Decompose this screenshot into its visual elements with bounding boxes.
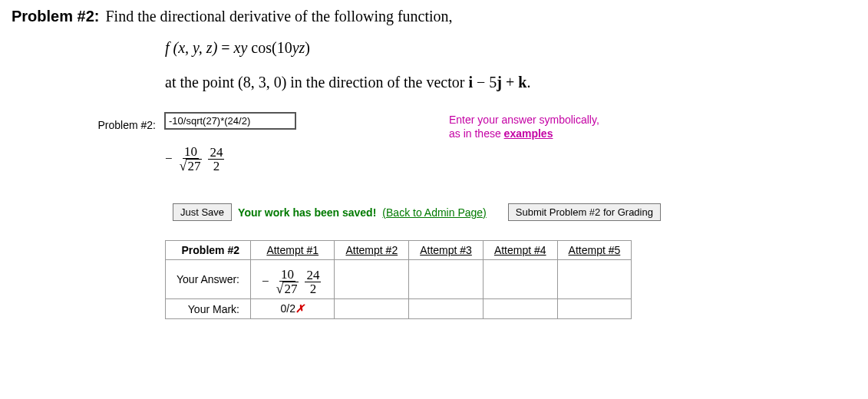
action-row: Just Save Your work has been saved! (Bac… xyxy=(173,203,856,221)
attempt-3-link[interactable]: Attempt #3 xyxy=(420,244,472,256)
a1-f2-num: 24 xyxy=(305,269,321,282)
attempt-3-answer xyxy=(409,260,484,299)
attempts-h0: Problem #2 xyxy=(166,241,251,260)
point-direction: at the point (8, 3, 0) in the direction … xyxy=(165,74,856,91)
submit-button[interactable]: Submit Problem #2 for Grading xyxy=(508,203,661,221)
attempt-3-mark xyxy=(409,299,484,319)
side-label: Problem #2: xyxy=(12,113,165,131)
mark-score: 0/2 xyxy=(280,302,295,315)
attempts-table: Problem #2 Attempt #1 Attempt #2 Attempt… xyxy=(165,240,632,319)
attempt-1-answer: − 10 √27 24 2 xyxy=(250,260,334,299)
answer-block: Enter your answer symbolically, as in th… xyxy=(165,113,599,173)
func-yz: yz xyxy=(292,39,305,56)
func-eq: = xyxy=(217,39,233,56)
attempt-5-answer xyxy=(557,260,632,299)
attempt-2-link[interactable]: Attempt #2 xyxy=(345,244,398,256)
attempt-4-link[interactable]: Attempt #4 xyxy=(494,244,546,256)
problem-instruction: Find the directional derivative of the f… xyxy=(105,8,452,25)
attempt-2-answer xyxy=(335,260,409,299)
attempt-1-link[interactable]: Attempt #1 xyxy=(266,244,318,256)
problem-header: Problem #2: Find the directional derivat… xyxy=(12,8,856,25)
parsed-frac1: 10 √27 xyxy=(178,145,204,173)
parsed-f1-radicand: 27 xyxy=(186,159,202,173)
a1-f1-radicand: 27 xyxy=(282,282,299,295)
vec-j: j xyxy=(497,74,502,91)
your-mark-row: Your Mark: 0/2✗ xyxy=(166,299,632,319)
attempt-5-link[interactable]: Attempt #5 xyxy=(569,244,621,256)
parsed-f2-den: 2 xyxy=(212,160,222,173)
problem-number: Problem #2: xyxy=(12,8,99,25)
func-cos10: cos(10 xyxy=(247,39,292,56)
saved-message: Your work has been saved! xyxy=(238,206,376,219)
attempt-1-mark: 0/2✗ xyxy=(250,299,334,319)
attempt-3-header: Attempt #3 xyxy=(409,241,484,260)
your-answer-label: Your Answer: xyxy=(166,260,251,299)
parsed-f1-num: 10 xyxy=(183,145,199,159)
a1-frac1: 10 √27 xyxy=(275,268,301,295)
parsed-f1-den: √27 xyxy=(178,159,204,173)
attempt-1-header: Attempt #1 xyxy=(250,241,334,260)
parsed-sign: − xyxy=(165,151,173,167)
examples-link[interactable]: examples xyxy=(504,127,553,140)
attempt-1-math: − 10 √27 24 2 xyxy=(262,268,323,295)
attempt-4-answer xyxy=(483,260,557,299)
hint-line2a: as in these xyxy=(449,127,504,140)
hint-line1: Enter your answer symbolically, xyxy=(449,114,599,126)
just-save-button[interactable]: Just Save xyxy=(173,203,232,221)
a1-sign: − xyxy=(262,274,269,289)
a1-frac2: 24 2 xyxy=(305,269,321,295)
parsed-answer: − 10 √27 24 2 xyxy=(165,145,599,173)
parsed-frac2: 24 2 xyxy=(208,146,224,173)
attempt-4-header: Attempt #4 xyxy=(483,241,557,260)
a1-f2-den: 2 xyxy=(309,282,318,295)
parsed-f2-num: 24 xyxy=(208,146,224,160)
vec-k: k xyxy=(518,74,526,91)
attempt-5-mark xyxy=(557,299,632,319)
a1-f1-den: √27 xyxy=(275,282,301,295)
attempt-4-mark xyxy=(483,299,557,319)
func-xy: xy xyxy=(234,39,248,56)
point-text: at the point (8, 3, 0) in the direction … xyxy=(165,74,468,91)
vec-mid: − 5 xyxy=(473,74,497,91)
admin-link[interactable]: (Back to Admin Page) xyxy=(382,206,486,219)
a1-f1-num: 10 xyxy=(279,268,295,282)
answer-input[interactable] xyxy=(165,113,295,129)
your-mark-label: Your Mark: xyxy=(166,299,251,319)
attempts-header-row: Problem #2 Attempt #1 Attempt #2 Attempt… xyxy=(166,241,632,260)
answer-row: Problem #2: Enter your answer symbolical… xyxy=(12,113,856,173)
func-lhs: f (x, y, z) xyxy=(165,39,217,56)
attempt-2-header: Attempt #2 xyxy=(335,241,409,260)
answer-hint: Enter your answer symbolically, as in th… xyxy=(449,113,599,140)
func-close: ) xyxy=(305,39,310,56)
attempt-2-mark xyxy=(335,299,409,319)
vec-plus: + xyxy=(502,74,518,91)
function-definition: f (x, y, z) = xy cos(10yz) xyxy=(165,39,856,57)
vec-dot: . xyxy=(526,74,530,91)
wrong-icon: ✗ xyxy=(295,303,305,315)
your-answer-row: Your Answer: − 10 √27 24 2 xyxy=(166,260,632,299)
attempt-5-header: Attempt #5 xyxy=(557,241,632,260)
